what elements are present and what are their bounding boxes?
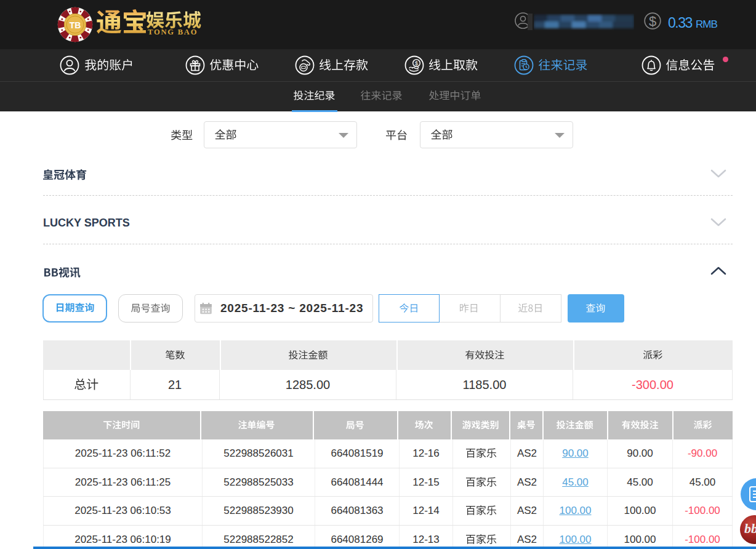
- svg-text:$: $: [415, 60, 419, 66]
- svg-text:$: $: [649, 14, 656, 29]
- svg-text:TB: TB: [70, 20, 81, 30]
